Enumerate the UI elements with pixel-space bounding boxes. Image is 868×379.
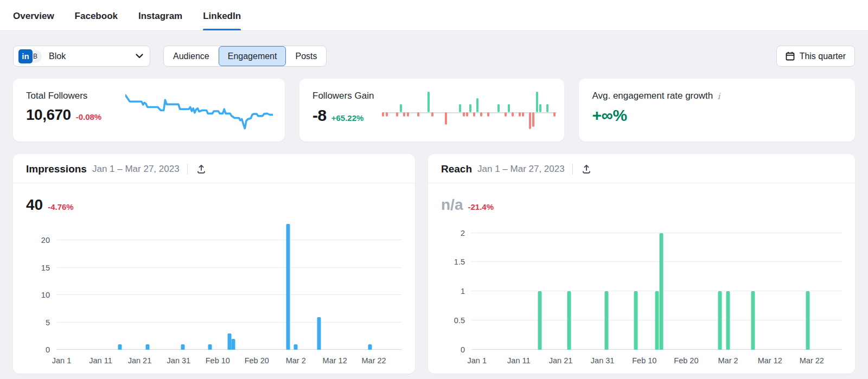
tab-instagram[interactable]: Instagram [138, 11, 182, 30]
impressions-chart: 05101520 Jan 1Jan 11Jan 21Jan 31Feb 10Fe… [13, 214, 415, 374]
impressions-card: Impressions Jan 1 – Mar 27, 2023 40 -4.7… [13, 154, 415, 374]
bar-jan-23[interactable] [145, 344, 149, 350]
bar-mar-9[interactable] [751, 291, 755, 350]
reach-date-range: Jan 1 – Mar 27, 2023 [477, 164, 565, 175]
followers-gain-card: Followers Gain -8 +65.22% [299, 79, 564, 142]
chevron-down-icon [136, 54, 143, 59]
bar-feb-8[interactable] [208, 344, 212, 350]
bar-feb-1[interactable] [605, 291, 609, 350]
date-range-label: This quarter [800, 52, 846, 61]
top-tab-bar: Overview Facebook Instagram LinkedIn [0, 0, 868, 31]
bar-mar-2[interactable] [294, 344, 298, 350]
total-followers-delta: -0.08% [76, 112, 102, 121]
bar-mar-9[interactable] [317, 317, 321, 350]
reach-title: Reach [441, 163, 472, 175]
tab-facebook[interactable]: Facebook [75, 11, 118, 30]
tab-linkedin[interactable]: LinkedIn [203, 11, 241, 30]
divider [187, 164, 188, 175]
divider [572, 164, 573, 175]
bar-feb-8[interactable] [634, 291, 638, 350]
tab-overview[interactable]: Overview [13, 11, 54, 30]
segment-posts[interactable]: Posts [286, 46, 326, 66]
impressions-date-range: Jan 1 – Mar 27, 2023 [92, 164, 180, 175]
bar-feb-14[interactable] [232, 339, 235, 350]
engagement-rate-value: +∞% [592, 106, 627, 125]
channel-tabs: Overview Facebook Instagram LinkedIn [13, 0, 241, 30]
charts-row: Impressions Jan 1 – Mar 27, 2023 40 -4.7… [0, 154, 868, 374]
export-icon[interactable] [580, 163, 592, 175]
reach-delta: -21.4% [468, 202, 494, 211]
bar-jan-16[interactable] [538, 291, 541, 350]
segment-audience[interactable]: Audience [164, 46, 219, 66]
bar-mar-21[interactable] [368, 344, 372, 350]
reach-card: Reach Jan 1 – Mar 27, 2023 n/a -21.4% 00… [428, 154, 855, 374]
bar-jan-23[interactable] [567, 291, 571, 350]
profile-select[interactable]: in B Blok [13, 46, 150, 67]
linkedin-icon: in [18, 49, 33, 63]
impressions-value: 40 [26, 196, 43, 214]
engagement-rate-label: Avg. engagement rate growth [592, 91, 713, 101]
total-followers-sparkline [125, 89, 273, 130]
bar-feb-1[interactable] [181, 344, 184, 350]
bar-feb-28[interactable] [286, 224, 290, 350]
followers-gain-sparkline [382, 87, 557, 133]
calendar-icon [786, 52, 795, 61]
kpi-row: Total Followers 10,670 -0.08% Followers … [0, 79, 868, 142]
followers-gain-delta: +65.22% [331, 113, 364, 123]
bar-feb-28[interactable] [718, 291, 722, 350]
total-followers-card: Total Followers 10,670 -0.08% [13, 79, 285, 142]
bar-mar-2[interactable] [726, 291, 730, 350]
impressions-title: Impressions [26, 163, 87, 175]
segment-engagement[interactable]: Engagement [219, 46, 286, 66]
export-icon[interactable] [195, 163, 207, 175]
reach-value: n/a [441, 196, 463, 214]
followers-gain-value: -8 [312, 106, 327, 125]
date-range-button[interactable]: This quarter [776, 46, 855, 67]
total-followers-value: 10,670 [26, 106, 71, 124]
info-icon[interactable]: i [717, 91, 720, 101]
engagement-rate-card: Avg. engagement rate growth i +∞% [579, 79, 855, 142]
view-segmented-control: Audience Engagement Posts [163, 46, 327, 67]
bar-feb-14[interactable] [659, 233, 663, 350]
bar-jan-16[interactable] [118, 344, 122, 350]
bar-feb-13[interactable] [655, 291, 659, 350]
reach-chart: 00.511.52 Jan 1Jan 11Jan 21Jan 31Feb 10F… [428, 214, 855, 374]
profile-name: Blok [49, 52, 136, 61]
bar-feb-13[interactable] [227, 333, 231, 350]
impressions-delta: -4.76% [48, 202, 74, 211]
bar-mar-21[interactable] [806, 291, 809, 350]
controls-row: in B Blok Audience Engagement Posts This… [0, 46, 868, 67]
